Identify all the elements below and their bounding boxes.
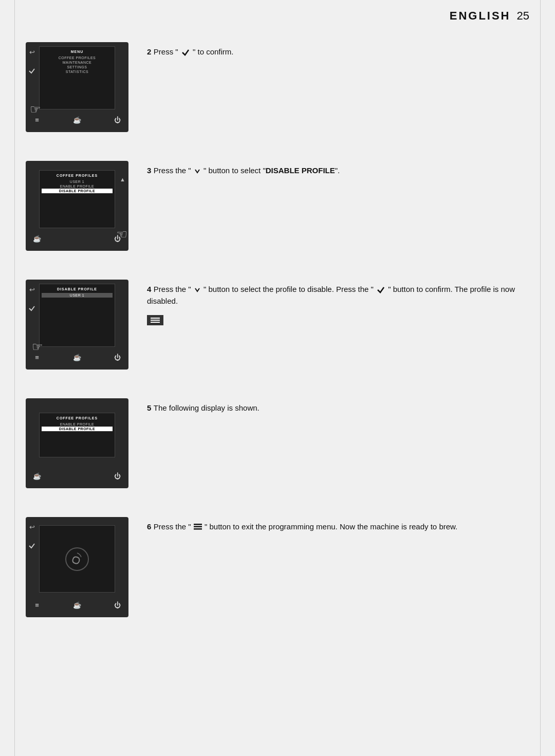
step-4-description: 4 Press the " " button to select the pro… bbox=[147, 284, 529, 307]
menu-item-coffee: COFFEE PROFILES bbox=[42, 56, 113, 60]
step-5-row: COFFEE PROFILES ENABLE PROFILE DISABLE P… bbox=[26, 384, 529, 503]
check-icon-left-6 bbox=[28, 541, 35, 549]
step-6-text: 6 Press the " " button to exit the progr… bbox=[147, 517, 529, 533]
step-5-text: 5 The following display is shown. bbox=[147, 398, 529, 414]
left-icons-step4: ↩ bbox=[28, 286, 35, 312]
step-desc-2: Press " " to confirm. bbox=[154, 47, 234, 56]
step-number-5: 5 bbox=[147, 403, 151, 412]
page-number: 25 bbox=[517, 9, 529, 23]
step-desc-6: Press the " " button to exit the program… bbox=[154, 522, 457, 531]
coffee-swirl-icon bbox=[62, 544, 92, 575]
device-panel-step2: ↩ MENU COFFEE PROFILES MAINTENANCE SETTI… bbox=[26, 42, 128, 132]
screen-step5: COFFEE PROFILES ENABLE PROFILE DISABLE P… bbox=[39, 413, 115, 457]
menu-item-settings: SETTINGS bbox=[42, 65, 113, 69]
step-6-row: ↩ ≡ ☕ ⏻ bbox=[26, 503, 529, 632]
back-icon-6: ↩ bbox=[29, 523, 35, 531]
step-number-4: 4 bbox=[147, 285, 151, 293]
step-2-text: 2 Press " " to confirm. bbox=[147, 42, 529, 58]
note-icon bbox=[147, 315, 163, 325]
note-content bbox=[169, 314, 529, 316]
menu-item-disable-5: DISABLE PROFILE bbox=[42, 427, 113, 431]
btn-power: ⏻ bbox=[112, 115, 122, 125]
menu-item-user1-4: USER 1 bbox=[42, 293, 113, 298]
svg-rect-3 bbox=[194, 528, 202, 530]
menu-bars-icon bbox=[194, 522, 202, 533]
finger-pointer-step4: ☞ bbox=[32, 340, 43, 354]
step-3-row: ▲ COFFEE PROFILES USER 1 ENABLE PROFILE … bbox=[26, 146, 529, 265]
step-6-description: 6 Press the " " button to exit the progr… bbox=[147, 521, 529, 533]
step-number-6: 6 bbox=[147, 522, 151, 531]
note-icon-bars bbox=[151, 318, 160, 323]
svg-rect-1 bbox=[194, 524, 202, 525]
page-header: ENGLISH 25 bbox=[0, 0, 555, 28]
step-2-description: 2 Press " " to confirm. bbox=[147, 46, 529, 58]
device-panel-step4: ↩ DISABLE PROFILE USER 1 ≡ ☕ ⏻ ☞ bbox=[26, 280, 128, 370]
svg-point-0 bbox=[66, 548, 88, 570]
finger-pointer-step3: ☞ bbox=[116, 227, 127, 242]
step-number-2: 2 bbox=[147, 47, 151, 56]
language-label: ENGLISH bbox=[450, 9, 511, 23]
step-desc-3: Press the " " button to select "DISABLE … bbox=[154, 166, 340, 175]
screen-step4: DISABLE PROFILE USER 1 bbox=[39, 284, 115, 347]
menu-item-disable: DISABLE PROFILE bbox=[42, 189, 113, 193]
note-bar-3 bbox=[151, 322, 160, 323]
step-4-text: 4 Press the " " button to select the pro… bbox=[147, 280, 529, 327]
screen-title-step2: MENU bbox=[71, 50, 84, 53]
screen-step2: MENU COFFEE PROFILES MAINTENANCE SETTING… bbox=[39, 46, 115, 109]
svg-rect-2 bbox=[194, 526, 202, 527]
step-number-3: 3 bbox=[147, 166, 151, 175]
step-4-row: ↩ DISABLE PROFILE USER 1 ≡ ☕ ⏻ ☞ 4 bbox=[26, 265, 529, 384]
btn-cup-4: ☕ bbox=[72, 352, 82, 362]
page-border-right bbox=[540, 0, 541, 756]
back-icon: ↩ bbox=[29, 48, 35, 56]
bold-disable-profile: DISABLE PROFILE bbox=[266, 166, 335, 175]
note-box-step4 bbox=[147, 314, 529, 325]
note-bar-2 bbox=[151, 320, 160, 321]
screen-step6 bbox=[39, 525, 115, 593]
step-5-description: 5 The following display is shown. bbox=[147, 402, 529, 414]
btn-power-4: ⏻ bbox=[112, 352, 122, 362]
btn-list-6: ≡ bbox=[32, 600, 42, 610]
btn-cup2: ☕ bbox=[32, 233, 42, 244]
back-icon-4: ↩ bbox=[29, 286, 35, 293]
screen-title-step4: DISABLE PROFILE bbox=[57, 287, 97, 291]
device-buttons-step2: ≡ ☕ ⏻ bbox=[29, 112, 125, 128]
screen-title-step5: COFFEE PROFILES bbox=[57, 416, 98, 420]
note-bar-1 bbox=[151, 318, 160, 319]
step-desc-5: The following display is shown. bbox=[154, 403, 260, 412]
step-3-description: 3 Press the " " button to select "DISABL… bbox=[147, 165, 529, 177]
btn-cup-6: ☕ bbox=[72, 600, 82, 610]
check-icon-left-4 bbox=[28, 304, 35, 312]
page-border-left bbox=[14, 0, 15, 756]
finger-pointer-step2: ☞ bbox=[30, 102, 41, 117]
main-content: ↩ MENU COFFEE PROFILES MAINTENANCE SETTI… bbox=[0, 28, 555, 632]
menu-item-user1: USER 1 bbox=[42, 179, 113, 184]
btn-cup-5: ☕ bbox=[32, 471, 42, 481]
device-panel-step3: ▲ COFFEE PROFILES USER 1 ENABLE PROFILE … bbox=[26, 161, 128, 251]
device-panel-step6: ↩ ≡ ☕ ⏻ bbox=[26, 517, 128, 617]
menu-item-enable: ENABLE PROFILE bbox=[42, 184, 113, 189]
step-3-text: 3 Press the " " button to select "DISABL… bbox=[147, 161, 529, 177]
chevron-up-icon: ▲ bbox=[120, 176, 125, 182]
left-icons-step6: ↩ bbox=[28, 523, 35, 549]
device-buttons-step6: ≡ ☕ ⏻ bbox=[29, 597, 125, 613]
device-buttons-step3: ☕ ⏻ bbox=[29, 230, 125, 247]
menu-item-maintenance: MAINTENANCE bbox=[42, 60, 113, 65]
screen-step3: COFFEE PROFILES USER 1 ENABLE PROFILE DI… bbox=[39, 170, 115, 228]
btn-power-5: ⏻ bbox=[112, 471, 122, 481]
menu-item-statistics: STATISTICS bbox=[42, 69, 113, 74]
menu-item-enable-5: ENABLE PROFILE bbox=[42, 422, 113, 427]
step-desc-4: Press the " " button to select the profi… bbox=[147, 285, 515, 305]
btn-power-6: ⏻ bbox=[112, 600, 122, 610]
screen-title-step3: COFFEE PROFILES bbox=[57, 174, 98, 177]
step-2-row: ↩ MENU COFFEE PROFILES MAINTENANCE SETTI… bbox=[26, 28, 529, 146]
left-icons-step2: ↩ bbox=[28, 48, 35, 75]
device-panel-step5: COFFEE PROFILES ENABLE PROFILE DISABLE P… bbox=[26, 398, 128, 488]
device-buttons-step4: ≡ ☕ ⏻ bbox=[29, 349, 125, 365]
coffee-icon-container bbox=[62, 529, 92, 589]
check-icon-left bbox=[28, 66, 35, 75]
device-buttons-step5: ☕ ⏻ bbox=[29, 468, 125, 484]
btn-cup: ☕ bbox=[72, 115, 82, 125]
